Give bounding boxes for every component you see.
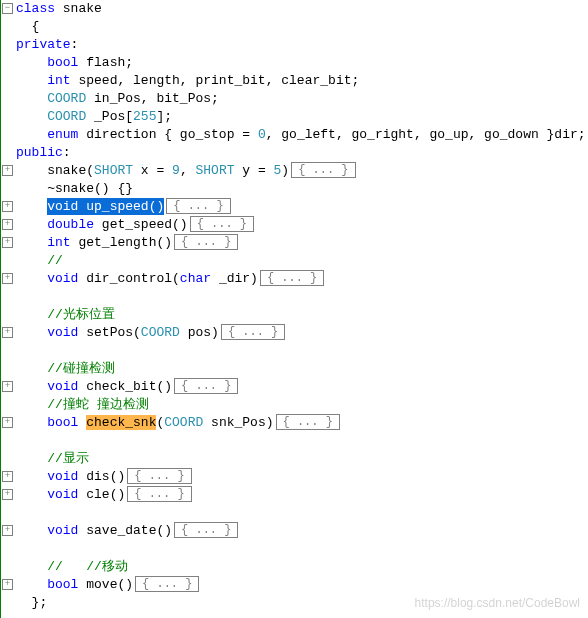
fold-expand-icon[interactable] (2, 327, 13, 338)
code-line[interactable] (16, 432, 588, 450)
code-line[interactable]: double get_speed(){ ... } (16, 216, 588, 234)
fold-expand-icon[interactable] (2, 165, 13, 176)
fold-placeholder[interactable]: { ... } (291, 162, 355, 178)
fold-collapse-icon[interactable] (2, 3, 13, 14)
fold-placeholder[interactable]: { ... } (174, 234, 238, 250)
code-line[interactable]: //撞蛇 撞边检测 (16, 396, 588, 414)
fold-expand-icon[interactable] (2, 273, 13, 284)
code-line[interactable]: void cle(){ ... } (16, 486, 588, 504)
code-line[interactable]: void save_date(){ ... } (16, 522, 588, 540)
fold-expand-icon[interactable] (2, 219, 13, 230)
code-line[interactable]: void setPos(COORD pos){ ... } (16, 324, 588, 342)
code-line[interactable]: void check_bit(){ ... } (16, 378, 588, 396)
fold-expand-icon[interactable] (2, 489, 13, 500)
fold-placeholder[interactable]: { ... } (174, 522, 238, 538)
fold-placeholder[interactable]: { ... } (127, 486, 191, 502)
fold-placeholder[interactable]: { ... } (135, 576, 199, 592)
code-line[interactable] (16, 288, 588, 306)
code-line[interactable]: //碰撞检测 (16, 360, 588, 378)
code-line[interactable]: { (16, 18, 588, 36)
watermark: https://blog.csdn.net/CodeBowl (415, 594, 580, 612)
code-line[interactable]: snake(SHORT x = 9, SHORT y = 5){ ... } (16, 162, 588, 180)
fold-expand-icon[interactable] (2, 201, 13, 212)
code-line[interactable]: int speed, length, print_bit, clear_bit; (16, 72, 588, 90)
code-line[interactable] (16, 504, 588, 522)
code-line[interactable]: public: (16, 144, 588, 162)
code-line[interactable]: bool move(){ ... } (16, 576, 588, 594)
code-line[interactable]: //显示 (16, 450, 588, 468)
code-line[interactable]: COORD _Pos[255]; (16, 108, 588, 126)
fold-gutter (0, 0, 16, 618)
code-line[interactable]: // (16, 252, 588, 270)
code-line[interactable]: bool check_snk(COORD snk_Pos){ ... } (16, 414, 588, 432)
fold-expand-icon[interactable] (2, 525, 13, 536)
fold-placeholder[interactable]: { ... } (166, 198, 230, 214)
code-line[interactable]: void dis(){ ... } (16, 468, 588, 486)
code-line[interactable]: private: (16, 36, 588, 54)
selection: void up_speed() (47, 198, 164, 215)
code-line[interactable]: int get_length(){ ... } (16, 234, 588, 252)
outline-bar (0, 0, 1, 618)
code-line[interactable] (16, 540, 588, 558)
fold-expand-icon[interactable] (2, 579, 13, 590)
code-line[interactable]: void up_speed(){ ... } (16, 198, 588, 216)
code-line[interactable]: enum direction { go_stop = 0, go_left, g… (16, 126, 588, 144)
code-line[interactable]: COORD in_Pos, bit_Pos; (16, 90, 588, 108)
fold-placeholder[interactable]: { ... } (174, 378, 238, 394)
code-line[interactable]: // //移动 (16, 558, 588, 576)
code-editor[interactable]: class snake {private: bool flash; int sp… (16, 0, 588, 612)
fold-expand-icon[interactable] (2, 417, 13, 428)
fold-expand-icon[interactable] (2, 237, 13, 248)
code-line[interactable]: class snake (16, 0, 588, 18)
code-line[interactable]: //光标位置 (16, 306, 588, 324)
code-line[interactable] (16, 342, 588, 360)
fold-expand-icon[interactable] (2, 381, 13, 392)
highlight: check_snk (86, 415, 156, 430)
code-line[interactable]: ~snake() {} (16, 180, 588, 198)
fold-placeholder[interactable]: { ... } (260, 270, 324, 286)
code-line[interactable]: bool flash; (16, 54, 588, 72)
fold-expand-icon[interactable] (2, 471, 13, 482)
fold-placeholder[interactable]: { ... } (127, 468, 191, 484)
fold-placeholder[interactable]: { ... } (190, 216, 254, 232)
fold-placeholder[interactable]: { ... } (276, 414, 340, 430)
code-line[interactable]: void dir_control(char _dir){ ... } (16, 270, 588, 288)
fold-placeholder[interactable]: { ... } (221, 324, 285, 340)
